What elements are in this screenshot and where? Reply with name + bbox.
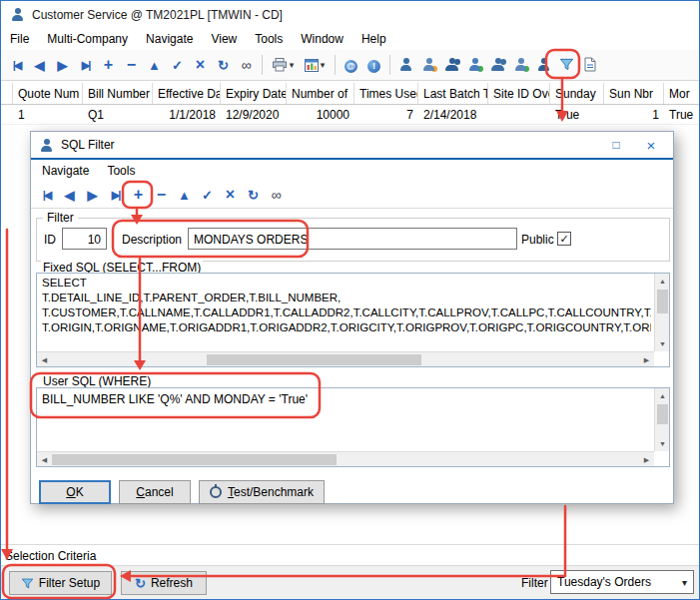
previous-record-icon[interactable]: ◀	[28, 59, 51, 72]
bottom-panel: Filter Setup ↻ Refresh Filter Tuesday's …	[1, 565, 699, 599]
cell-mor[interactable]: True	[664, 105, 700, 124]
refresh-button[interactable]: ↻ Refresh	[121, 571, 207, 595]
scroll-up-icon[interactable]: ▲	[655, 274, 670, 289]
menu-navigate[interactable]: Navigate	[137, 29, 202, 49]
dlg-refresh-icon[interactable]: ↻	[242, 189, 265, 202]
cell-quote-num[interactable]: 1	[13, 105, 83, 124]
description-input[interactable]: MONDAYS ORDERS	[188, 228, 517, 250]
col-number-of[interactable]: Number of	[287, 83, 354, 104]
first-record-icon[interactable]: |◀	[5, 60, 28, 71]
dlg-next-record-icon[interactable]: ▶	[81, 189, 104, 202]
col-quote-num[interactable]: Quote Num	[13, 83, 83, 104]
user-sql-text[interactable]: BILL_NUMBER LIKE 'Q%' AND MONDAY = 'True…	[42, 392, 651, 406]
id-input[interactable]: 10	[62, 228, 107, 250]
user-group-icon[interactable]	[486, 57, 509, 74]
hscroll-thumb[interactable]	[52, 454, 337, 465]
post-edits-icon[interactable]: ▲	[143, 59, 166, 72]
col-site-id-over[interactable]: Site ID Over	[488, 83, 550, 104]
fixed-sql-hscrollbar[interactable]: ◀ ▶	[37, 351, 654, 366]
user-sql-hscrollbar[interactable]: ◀ ▶	[37, 451, 654, 466]
dlg-post-edits-icon[interactable]: ▲	[173, 189, 196, 202]
col-last-batch[interactable]: Last Batch T	[418, 83, 488, 104]
hscroll-thumb[interactable]	[207, 354, 421, 365]
scroll-up-icon[interactable]: ▲	[655, 388, 670, 403]
driver-icon[interactable]	[532, 57, 555, 74]
scroll-right-icon[interactable]: ▶	[639, 352, 654, 367]
cell-expiry-date[interactable]: 12/9/2020	[221, 105, 287, 124]
col-bill-number[interactable]: Bill Number	[83, 83, 153, 104]
col-times-used[interactable]: Times Used	[354, 83, 418, 104]
col-expiry-date[interactable]: Expiry Date	[221, 83, 287, 104]
customer-pair-icon[interactable]	[440, 57, 463, 74]
cell-bill-number[interactable]: Q1	[83, 105, 153, 124]
col-sun-nbr[interactable]: Sun Nbr	[604, 83, 664, 104]
last-record-icon[interactable]: ▶|	[74, 60, 97, 71]
contact-phone-icon[interactable]	[463, 57, 486, 74]
new-document-icon[interactable]	[578, 57, 601, 74]
web-globe-icon[interactable]: @	[340, 58, 362, 73]
filter-combobox[interactable]: Tuesday's Orders ▾	[550, 570, 694, 594]
scroll-down-icon[interactable]: ▼	[655, 436, 670, 451]
menu-file[interactable]: File	[1, 29, 38, 49]
dialog-menu-tools[interactable]: Tools	[98, 161, 144, 181]
dlg-cancel-edits-icon[interactable]: ×	[219, 187, 242, 203]
dlg-first-record-icon[interactable]: |◀	[35, 190, 58, 201]
cancel-button[interactable]: Cancel	[119, 480, 191, 504]
alerts-icon[interactable]: !	[362, 58, 385, 73]
add-user-icon[interactable]	[509, 57, 532, 74]
col-sunday[interactable]: Sunday	[550, 83, 604, 104]
grid-row-1[interactable]: 1 Q1 1/1/2018 12/9/2020 10000 7 2/14/201…	[1, 105, 699, 125]
dlg-add-record-icon[interactable]: +	[127, 187, 150, 203]
add-record-icon[interactable]: +	[97, 57, 120, 73]
dlg-browse-glasses-icon[interactable]: ∞	[265, 188, 288, 202]
col-effective-date[interactable]: Effective Da	[153, 83, 221, 104]
cell-sunday[interactable]: True	[550, 105, 604, 124]
menu-multi-company[interactable]: Multi-Company	[38, 29, 137, 49]
delete-record-icon[interactable]: −	[120, 57, 143, 73]
dlg-accept-icon[interactable]: ✓	[196, 189, 219, 202]
scroll-right-icon[interactable]: ▶	[639, 452, 654, 467]
caller-icon[interactable]	[417, 57, 440, 74]
cell-site-id-over[interactable]	[488, 105, 550, 124]
cell-last-batch[interactable]: 2/14/2018	[418, 105, 488, 124]
filter-setup-button[interactable]: Filter Setup	[9, 571, 112, 595]
print-dropdown-button[interactable]: ▾	[267, 58, 299, 72]
browse-glasses-icon[interactable]: ∞	[235, 58, 258, 72]
fixed-sql-vscrollbar[interactable]: ▲ ▼	[654, 274, 669, 351]
menu-window[interactable]: Window	[292, 29, 352, 49]
dlg-previous-record-icon[interactable]: ◀	[58, 189, 81, 202]
scroll-left-icon[interactable]: ◀	[37, 452, 52, 467]
dialog-close-button[interactable]: ×	[637, 137, 665, 154]
menu-help[interactable]: Help	[352, 29, 395, 49]
cell-effective-date[interactable]: 1/1/2018	[153, 105, 221, 124]
reports-dropdown-button[interactable]: ▾	[299, 59, 331, 72]
dlg-last-record-icon[interactable]: ▶|	[104, 190, 127, 201]
user-sql-vscrollbar[interactable]: ▲ ▼	[654, 388, 669, 451]
menu-tools[interactable]: Tools	[246, 29, 292, 49]
cell-sun-nbr[interactable]: 1	[604, 105, 664, 124]
user-sql-memo[interactable]: BILL_NUMBER LIKE 'Q%' AND MONDAY = 'True…	[36, 387, 670, 467]
test-benchmark-button[interactable]: Test/Benchmark	[199, 480, 325, 504]
dialog-menu-navigate[interactable]: Navigate	[33, 161, 98, 181]
cell-number-of[interactable]: 10000	[287, 105, 354, 124]
stopwatch-icon	[210, 486, 222, 498]
vscroll-thumb[interactable]	[657, 404, 668, 424]
accept-icon[interactable]: ✓	[166, 59, 189, 72]
fixed-sql-memo[interactable]: SELECT T.DETAIL_LINE_ID,T.PARENT_ORDER,T…	[36, 273, 670, 367]
cancel-edits-icon[interactable]: ×	[189, 57, 212, 73]
public-checkbox[interactable]: ✓	[557, 232, 571, 246]
col-mor[interactable]: Mor	[664, 83, 700, 104]
filter-funnel-icon[interactable]	[555, 57, 578, 74]
dlg-delete-record-icon[interactable]: −	[150, 187, 173, 203]
scroll-left-icon[interactable]: ◀	[37, 352, 52, 367]
cell-times-used[interactable]: 7	[354, 105, 418, 124]
next-record-icon[interactable]: ▶	[51, 59, 74, 72]
dialog-maximize-button[interactable]: □	[602, 138, 630, 152]
dialog-titlebar[interactable]: SQL Filter □ ×	[31, 132, 673, 158]
customer-icon[interactable]	[394, 57, 417, 74]
refresh-icon[interactable]: ↻	[212, 59, 235, 72]
vscroll-thumb[interactable]	[657, 290, 668, 313]
ok-button[interactable]: OK	[39, 480, 111, 504]
scroll-down-icon[interactable]: ▼	[655, 336, 670, 351]
menu-view[interactable]: View	[202, 29, 246, 49]
